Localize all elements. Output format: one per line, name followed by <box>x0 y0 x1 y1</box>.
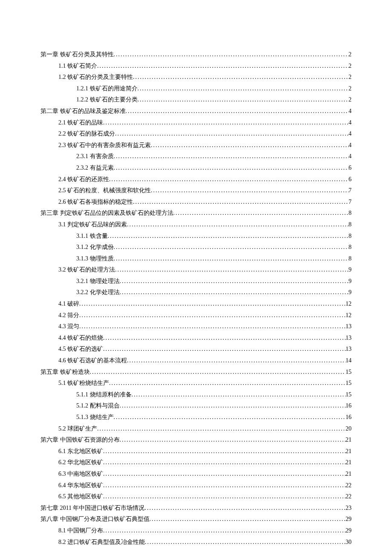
toc-entry-page: 16 <box>346 412 352 423</box>
toc-entry-title: 3.1.2 化学成份 <box>76 242 114 253</box>
toc-entry[interactable]: 3.2.2 化学处理法9 <box>40 287 352 298</box>
toc-leader-dots <box>173 208 349 219</box>
toc-entry-page: 2 <box>349 49 352 61</box>
toc-leader-dots <box>145 537 346 548</box>
toc-leader-dots <box>114 253 349 265</box>
toc-entry[interactable]: 1.2.1 铁矿石的用途简介2 <box>40 83 352 95</box>
toc-entry[interactable]: 4.5 铁矿石的选矿13 <box>40 344 352 355</box>
toc-entry-title: 6.2 华北地区铁矿 <box>58 457 103 468</box>
toc-leader-dots <box>144 503 346 514</box>
toc-entry-page: 21 <box>346 446 352 457</box>
toc-entry-page: 20 <box>346 423 352 435</box>
toc-leader-dots <box>114 162 349 174</box>
toc-entry-page: 22 <box>346 480 352 491</box>
toc-entry[interactable]: 2.1 铁矿石的品味4 <box>40 117 352 129</box>
toc-entry-title: 4.4 铁矿石的焙烧 <box>58 332 103 344</box>
toc-entry-page: 21 <box>346 468 352 480</box>
toc-entry[interactable]: 第六章 中国铁矿石资源的分布21 <box>40 434 352 446</box>
toc-entry[interactable]: 3.1.2 化学成份8 <box>40 242 352 253</box>
toc-entry[interactable]: 2.4 铁矿石的还原性6 <box>40 174 352 185</box>
toc-entry[interactable]: 2.5 矿石的粒度、机械强度和软化性7 <box>40 185 352 197</box>
toc-entry[interactable]: 3.1 判定铁矿石品味的因素8 <box>40 219 352 231</box>
toc-entry-title: 1.1 铁矿石简介 <box>58 61 97 72</box>
toc-entry[interactable]: 5.1.2 配料与混合16 <box>40 400 352 412</box>
toc-entry[interactable]: 第一章 铁矿石分类及其特性2 <box>40 49 352 61</box>
toc-entry[interactable]: 6.1 东北地区铁矿21 <box>40 446 352 457</box>
toc-entry[interactable]: 3.2.1 物理处理法9 <box>40 276 352 287</box>
toc-entry[interactable]: 2.3.2 有益元素6 <box>40 162 352 174</box>
toc-leader-dots <box>114 49 349 61</box>
toc-entry-page: 14 <box>346 355 352 367</box>
toc-entry[interactable]: 5.2 球团矿生产20 <box>40 423 352 435</box>
toc-leader-dots <box>151 140 349 151</box>
toc-leader-dots <box>103 457 346 468</box>
toc-entry[interactable]: 3.1.3 物理性质8 <box>40 253 352 265</box>
toc-entry[interactable]: 2.2 铁矿石的脉石成分4 <box>40 128 352 140</box>
toc-entry-title: 2.2 铁矿石的脉石成分 <box>58 128 115 140</box>
toc-entry-title: 6.4 华东地区铁矿 <box>58 480 103 491</box>
toc-entry[interactable]: 2.3.1 有害杂质4 <box>40 151 352 162</box>
toc-entry[interactable]: 3.1.1 铁含量8 <box>40 231 352 242</box>
toc-entry-page: 21 <box>346 434 352 446</box>
toc-entry-page: 21 <box>346 457 352 468</box>
toc-leader-dots <box>103 480 346 491</box>
toc-entry-page: 15 <box>346 367 352 378</box>
toc-leader-dots <box>97 423 346 435</box>
toc-entry[interactable]: 第二章 铁矿石的品味及鉴定标准4 <box>40 106 352 117</box>
toc-entry[interactable]: 第七章 2011 年中国进口铁矿石市场情况23 <box>40 503 352 514</box>
toc-entry[interactable]: 8.1 中国钢厂分布29 <box>40 525 352 537</box>
toc-leader-dots <box>120 400 346 412</box>
toc-entry[interactable]: 5.1.1 烧结原料的准备15 <box>40 389 352 401</box>
toc-entry-title: 1.2.2 铁矿石的主要分类 <box>76 94 138 106</box>
toc-entry-title: 8.2 进口铁矿石典型值及冶金性能 <box>58 537 145 548</box>
toc-entry-page: 2 <box>349 61 352 72</box>
toc-entry[interactable]: 6.4 华东地区铁矿22 <box>40 480 352 491</box>
toc-entry[interactable]: 第五章 铁矿粉造块15 <box>40 367 352 378</box>
toc-leader-dots <box>138 83 349 95</box>
toc-entry[interactable]: 3.2 铁矿石的处理方法9 <box>40 264 352 276</box>
toc-entry[interactable]: 1.2 铁矿石的分类及主要特性2 <box>40 72 352 83</box>
toc-entry-title: 2.6 铁矿石各项指标的稳定性 <box>58 197 133 208</box>
toc-entry-title: 第二章 铁矿石的品味及鉴定标准 <box>40 106 126 117</box>
toc-leader-dots <box>109 174 349 185</box>
toc-leader-dots <box>115 264 349 276</box>
toc-leader-dots <box>103 344 346 355</box>
toc-entry[interactable]: 4.6 铁矿石选矿的基本流程14 <box>40 355 352 367</box>
toc-entry[interactable]: 8.2 进口铁矿石典型值及冶金性能30 <box>40 537 352 548</box>
toc-entry[interactable]: 1.2.2 铁矿石的主要分类2 <box>40 94 352 106</box>
toc-entry[interactable]: 第八章 中国钢厂分布及进口铁矿石典型值29 <box>40 514 352 525</box>
toc-leader-dots <box>114 242 349 253</box>
toc-entry-page: 12 <box>346 298 352 310</box>
toc-entry[interactable]: 5.1 铁矿粉烧结生产15 <box>40 378 352 389</box>
toc-entry-page: 29 <box>346 525 352 537</box>
toc-entry-title: 1.2 铁矿石的分类及主要特性 <box>58 72 133 83</box>
toc-leader-dots <box>79 310 346 321</box>
toc-entry-page: 6 <box>349 162 352 174</box>
toc-leader-dots <box>103 468 346 480</box>
toc-entry-title: 6.5 其他地区铁矿 <box>58 491 103 503</box>
toc-entry-page: 9 <box>349 287 352 298</box>
toc-entry-page: 4 <box>349 106 352 117</box>
toc-entry-page: 13 <box>346 344 352 355</box>
toc-entry[interactable]: 5.1.3 烧结生产16 <box>40 412 352 423</box>
toc-entry-page: 30 <box>346 537 352 548</box>
toc-entry-page: 15 <box>346 389 352 401</box>
toc-entry-page: 22 <box>346 491 352 503</box>
toc-entry[interactable]: 4.1 破碎12 <box>40 298 352 310</box>
toc-entry[interactable]: 2.3 铁矿石中的有害杂质和有益元素4 <box>40 140 352 151</box>
toc-entry[interactable]: 4.2 筛分12 <box>40 310 352 321</box>
toc-entry[interactable]: 6.2 华北地区铁矿21 <box>40 457 352 468</box>
toc-entry-title: 5.1.2 配料与混合 <box>76 400 120 412</box>
toc-entry[interactable]: 6.5 其他地区铁矿22 <box>40 491 352 503</box>
toc-entry-title: 4.2 筛分 <box>58 310 79 321</box>
toc-entry[interactable]: 第三章 判定铁矿石品位的因素及铁矿石的处理方法8 <box>40 208 352 219</box>
toc-entry-page: 9 <box>349 264 352 276</box>
toc-entry-title: 5.1.3 烧结生产 <box>76 412 114 423</box>
toc-entry[interactable]: 2.6 铁矿石各项指标的稳定性7 <box>40 197 352 208</box>
toc-entry[interactable]: 6.3 中南地区铁矿21 <box>40 468 352 480</box>
toc-entry[interactable]: 1.1 铁矿石简介2 <box>40 61 352 72</box>
toc-entry-page: 8 <box>349 231 352 242</box>
toc-entry[interactable]: 4.3 混匀13 <box>40 321 352 332</box>
toc-leader-dots <box>115 128 349 140</box>
toc-entry[interactable]: 4.4 铁矿石的焙烧13 <box>40 332 352 344</box>
